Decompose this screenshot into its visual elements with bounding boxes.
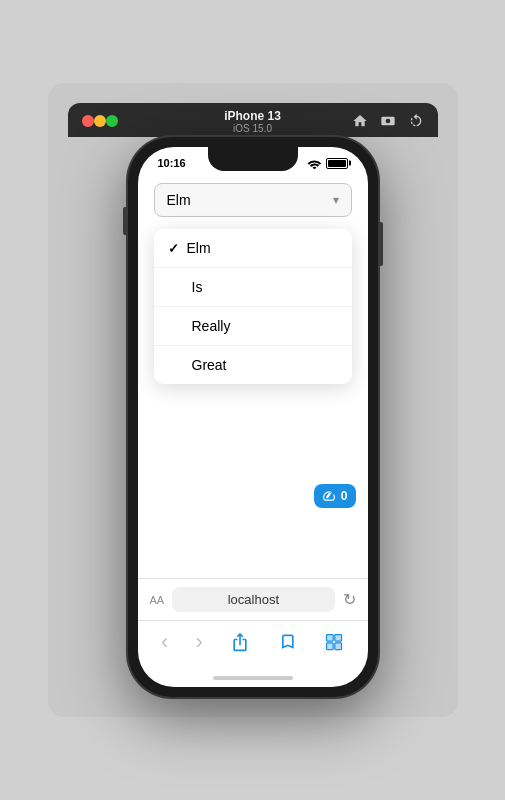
rotate-icon[interactable]	[408, 113, 424, 129]
home-icon[interactable]	[352, 113, 368, 129]
accessibility-icon	[322, 489, 336, 503]
forward-button[interactable]: ›	[195, 629, 202, 655]
dropdown-item-elm[interactable]: ✓ Elm	[154, 229, 352, 268]
aa-label[interactable]: AA	[150, 594, 165, 606]
dropdown-item-is[interactable]: Is	[154, 268, 352, 307]
dropdown-menu: ✓ Elm Is Really Great	[154, 229, 352, 384]
phone-screen: 10:16 Elm ▾	[138, 147, 368, 687]
status-time: 10:16	[158, 157, 186, 169]
home-bar	[213, 676, 293, 680]
bookmarks-button[interactable]	[277, 632, 297, 652]
bottom-nav: ‹ ›	[138, 620, 368, 669]
select-control[interactable]: Elm ▾	[154, 183, 352, 217]
maximize-button[interactable]	[106, 115, 118, 127]
back-button[interactable]: ‹	[161, 629, 168, 655]
accessibility-count: 0	[341, 489, 348, 503]
dropdown-item-really[interactable]: Really	[154, 307, 352, 346]
dropdown-item-great[interactable]: Great	[154, 346, 352, 384]
home-indicator	[138, 669, 368, 687]
url-input[interactable]: localhost	[172, 587, 334, 612]
status-icons	[307, 158, 348, 169]
minimize-button[interactable]	[94, 115, 106, 127]
select-value: Elm	[167, 192, 191, 208]
checkmark-icon: ✓	[168, 241, 179, 256]
accessibility-badge[interactable]: 0	[314, 484, 356, 508]
simulator-container: iPhone 13 iOS 15.0 10:16	[48, 83, 458, 717]
reload-button[interactable]: ↻	[343, 590, 356, 609]
battery-icon	[326, 158, 348, 169]
chevron-down-icon: ▾	[333, 193, 339, 207]
mac-titlebar: iPhone 13 iOS 15.0	[68, 103, 438, 137]
tabs-button[interactable]	[324, 632, 344, 652]
simulator-subtitle: iOS 15.0	[233, 123, 272, 134]
dropdown-item-label: Is	[192, 279, 338, 295]
wifi-icon	[307, 158, 322, 169]
browser-bar: AA localhost ↻	[138, 578, 368, 620]
phone-device: 10:16 Elm ▾	[128, 137, 378, 697]
close-button[interactable]	[82, 115, 94, 127]
screenshot-icon[interactable]	[380, 113, 396, 129]
notch	[208, 147, 298, 171]
simulator-title: iPhone 13	[224, 109, 281, 123]
content-area: Elm ▾ ✓ Elm Is Really	[138, 173, 368, 578]
dropdown-item-label: Elm	[187, 240, 338, 256]
share-button[interactable]	[230, 632, 250, 652]
dropdown-item-label: Great	[192, 357, 338, 373]
dropdown-item-label: Really	[192, 318, 338, 334]
